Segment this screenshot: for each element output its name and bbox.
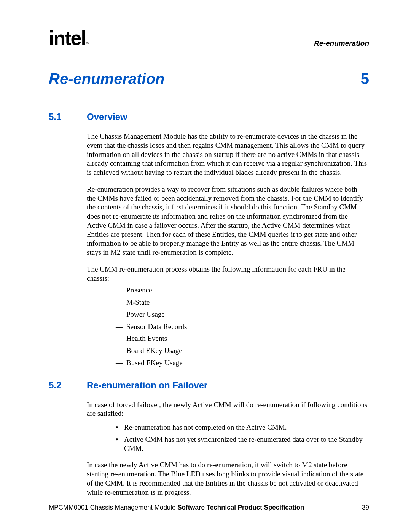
chapter-number: 5 — [361, 69, 369, 88]
section-title: Overview — [87, 111, 127, 123]
section-title: Re-enumeration on Failover — [87, 380, 207, 391]
section-5-2-heading: 5.2 Re-enumeration on Failover — [49, 380, 369, 391]
list-item: Bused EKey Usage — [116, 358, 368, 367]
page-footer: MPCMM0001 Chassis Management Module Soft… — [49, 503, 369, 511]
section-5-2-body: In case of forced failover, the newly Ac… — [87, 400, 368, 497]
intel-logo: intel® — [49, 28, 89, 48]
fru-info-list: Presence M-State Power Usage Sensor Data… — [100, 286, 368, 367]
paragraph: In case of forced failover, the newly Ac… — [87, 400, 368, 419]
footer-bold: Software Technical Product Specification — [177, 504, 304, 511]
conditions-list: Re-enumeration has not completed on the … — [100, 423, 368, 453]
section-5-1-body: The Chassis Management Module has the ab… — [87, 132, 368, 367]
paragraph: In case the newly Active CMM has to do r… — [87, 460, 368, 497]
page-header: intel® Re-enumeration — [49, 26, 369, 48]
page: intel® Re-enumeration Re-enumeration 5 5… — [0, 0, 411, 532]
list-item: Re-enumeration has not completed on the … — [116, 423, 368, 432]
paragraph: The CMM re-enumeration process obtains t… — [87, 265, 368, 283]
footer-plain: MPCMM0001 Chassis Management Module — [49, 504, 177, 511]
list-item: Presence — [116, 286, 368, 295]
logo-text: intel — [49, 27, 86, 49]
chapter-title: Re-enumeration — [49, 69, 165, 88]
list-item: M-State — [116, 298, 368, 307]
list-item: Sensor Data Records — [116, 322, 368, 331]
registered-icon: ® — [86, 41, 89, 45]
list-item: Active CMM has not yet synchronized the … — [116, 435, 368, 453]
chapter-heading: Re-enumeration 5 — [49, 69, 369, 91]
footer-doc-title: MPCMM0001 Chassis Management Module Soft… — [49, 503, 304, 511]
page-number: 39 — [362, 503, 369, 511]
list-item: Power Usage — [116, 310, 368, 319]
section-number: 5.1 — [49, 111, 66, 123]
paragraph: The Chassis Management Module has the ab… — [87, 132, 368, 177]
header-section-tag: Re-enumeration — [314, 39, 369, 48]
section-5-1-heading: 5.1 Overview — [49, 111, 369, 123]
list-item: Health Events — [116, 334, 368, 343]
list-item: Board EKey Usage — [116, 346, 368, 355]
paragraph: Re-enumeration provides a way to recover… — [87, 185, 368, 257]
section-number: 5.2 — [49, 380, 66, 391]
